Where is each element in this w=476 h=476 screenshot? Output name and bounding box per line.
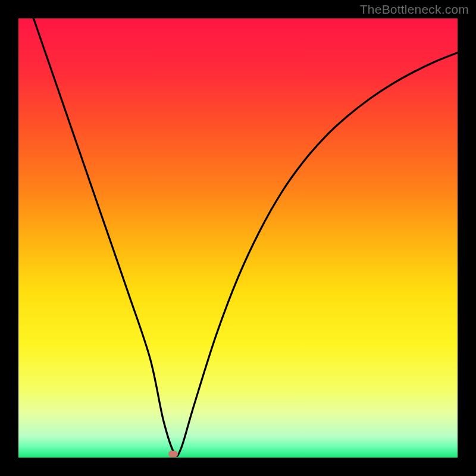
optimal-point-marker [168, 451, 178, 458]
plot-area [18, 18, 458, 458]
chart-stage: TheBottleneck.com [0, 0, 476, 476]
bottleneck-curve [18, 18, 458, 458]
watermark-text: TheBottleneck.com [360, 2, 469, 17]
